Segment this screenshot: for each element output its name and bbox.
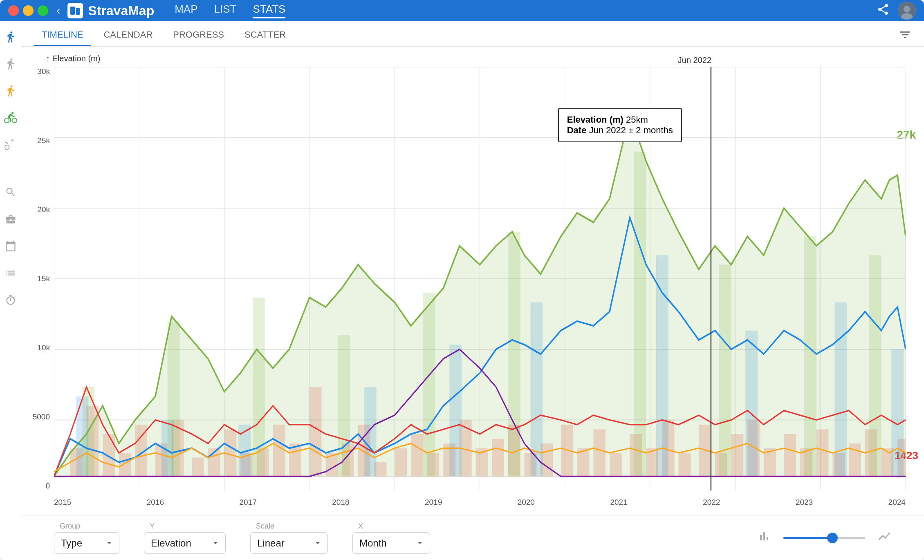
y-tick-0: 0 bbox=[45, 482, 50, 491]
x-dropdown-label: X bbox=[352, 522, 430, 531]
chart-svg bbox=[54, 67, 906, 491]
tab-right-controls bbox=[899, 28, 912, 46]
sidebar bbox=[0, 21, 21, 560]
chart-type-icons bbox=[757, 529, 891, 546]
chart-plot-area: Elevation (m) 25km Date Jun 2022 ± 2 mon… bbox=[54, 67, 906, 491]
scale-dropdown-label: Scale bbox=[250, 522, 328, 531]
y-tick-5000: 5000 bbox=[33, 412, 50, 421]
x-tick-2016: 2016 bbox=[147, 498, 164, 507]
group-dropdown-container: Group Type Year Month bbox=[54, 522, 119, 554]
app-icon bbox=[67, 3, 83, 18]
y-axis-labels: 30k 25k 20k 15k 10k 5000 0 bbox=[21, 67, 53, 491]
main-layout: TIMELINE CALENDAR PROGRESS SCATTER ↑ Ele… bbox=[0, 21, 924, 560]
maximize-button[interactable] bbox=[38, 5, 48, 16]
x-tick-2023: 2023 bbox=[796, 498, 813, 507]
x-tick-2017: 2017 bbox=[239, 498, 256, 507]
group-dropdown[interactable]: Type Year Month bbox=[54, 532, 119, 554]
nav-list[interactable]: LIST bbox=[214, 3, 237, 18]
x-dropdown-container: X Month Week Year Day bbox=[352, 522, 430, 554]
y-tick-25k: 25k bbox=[37, 136, 50, 145]
top-nav: MAP LIST STATS bbox=[175, 3, 285, 18]
line-chart-button[interactable] bbox=[877, 529, 891, 546]
close-button[interactable] bbox=[8, 5, 19, 16]
x-axis-labels: 2015 2016 2017 2018 2019 2020 2021 2022 … bbox=[54, 498, 906, 507]
chart-container: ↑ Elevation (m) 30k 25k 20k 15k 10k 5000… bbox=[21, 47, 924, 515]
bottom-toolbar: Group Type Year Month Y Elevation Distan… bbox=[21, 515, 924, 560]
x-dropdown[interactable]: Month Week Year Day bbox=[352, 532, 430, 554]
x-tick-2020: 2020 bbox=[518, 498, 535, 507]
sidebar-bike-icon[interactable] bbox=[3, 110, 18, 125]
traffic-lights bbox=[8, 5, 48, 16]
sidebar-hike-icon[interactable] bbox=[3, 83, 18, 98]
titlebar: ‹ StravaMap MAP LIST STATS bbox=[0, 0, 924, 21]
x-tick-2019: 2019 bbox=[425, 498, 442, 507]
scale-dropdown-container: Scale Linear Logarithmic bbox=[250, 522, 328, 554]
y-axis-label: ↑ Elevation (m) bbox=[46, 54, 100, 63]
x-tick-2021: 2021 bbox=[610, 498, 627, 507]
x-tick-2018: 2018 bbox=[332, 498, 349, 507]
y-tick-10k: 10k bbox=[37, 343, 50, 352]
share-button[interactable] bbox=[877, 3, 890, 19]
nav-map[interactable]: MAP bbox=[175, 3, 197, 18]
avatar[interactable] bbox=[898, 2, 916, 20]
tab-timeline[interactable]: TIMELINE bbox=[34, 25, 91, 46]
y-tick-30k: 30k bbox=[37, 67, 50, 76]
x-tick-2015: 2015 bbox=[54, 498, 71, 507]
y-dropdown-label: Y bbox=[144, 522, 226, 531]
svg-point-3 bbox=[904, 6, 910, 12]
sidebar-calendar-icon[interactable] bbox=[3, 239, 18, 253]
y-dropdown-container: Y Elevation Distance Time Speed bbox=[144, 522, 226, 554]
minimize-button[interactable] bbox=[23, 5, 34, 16]
crosshair-label: Jun 2022 bbox=[678, 56, 711, 65]
tab-scatter[interactable]: SCATTER bbox=[236, 25, 294, 46]
y-tick-20k: 20k bbox=[37, 205, 50, 214]
sidebar-timer-icon[interactable] bbox=[3, 293, 18, 307]
smoothing-slider-container bbox=[783, 537, 865, 539]
sidebar-briefcase-icon[interactable] bbox=[3, 212, 18, 226]
x-tick-2024: 2024 bbox=[888, 498, 906, 507]
sidebar-ebike-icon[interactable] bbox=[3, 137, 18, 152]
filter-icon[interactable] bbox=[899, 28, 912, 41]
y-tick-15k: 15k bbox=[37, 274, 50, 283]
scale-dropdown[interactable]: Linear Logarithmic bbox=[250, 532, 328, 554]
group-dropdown-label: Group bbox=[54, 522, 119, 531]
tab-bar: TIMELINE CALENDAR PROGRESS SCATTER bbox=[21, 21, 924, 47]
app-window: ‹ StravaMap MAP LIST STATS bbox=[0, 0, 924, 560]
sidebar-list-icon[interactable] bbox=[3, 266, 18, 280]
x-tick-2022: 2022 bbox=[703, 498, 720, 507]
app-title: StravaMap bbox=[88, 3, 154, 18]
smoothing-slider-track[interactable] bbox=[783, 537, 865, 539]
sidebar-run-icon[interactable] bbox=[3, 29, 18, 44]
nav-stats[interactable]: STATS bbox=[253, 3, 285, 18]
y-dropdown[interactable]: Elevation Distance Time Speed bbox=[144, 532, 226, 554]
svg-rect-1 bbox=[76, 8, 80, 15]
smoothing-slider-thumb[interactable] bbox=[827, 533, 838, 543]
back-chevron[interactable]: ‹ bbox=[56, 4, 60, 17]
bar-chart-button[interactable] bbox=[757, 529, 771, 546]
tab-progress[interactable]: PROGRESS bbox=[165, 25, 232, 46]
tab-calendar[interactable]: CALENDAR bbox=[95, 25, 161, 46]
content-area: TIMELINE CALENDAR PROGRESS SCATTER ↑ Ele… bbox=[21, 21, 924, 560]
svg-rect-0 bbox=[70, 7, 75, 15]
header-right bbox=[877, 2, 916, 20]
sidebar-search-icon[interactable] bbox=[3, 185, 18, 199]
sidebar-walk-icon[interactable] bbox=[3, 56, 18, 71]
